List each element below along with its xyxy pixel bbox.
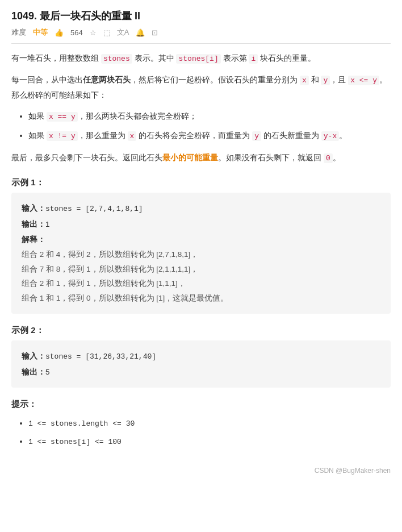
explain-label-1: 解释： — [22, 235, 45, 244]
stones-code-1: stones — [101, 54, 132, 64]
x-code: x — [300, 76, 309, 85]
stones-i-code: stones[i] — [176, 54, 220, 64]
star-icon[interactable]: ☆ — [90, 28, 97, 37]
hints-list: 1 <= stones.length <= 30 1 <= stones[i] … — [11, 415, 391, 450]
thumbs-up-icon[interactable]: 👍 — [55, 28, 64, 37]
example-1-title: 示例 1： — [11, 177, 391, 188]
bookmark-icon[interactable]: ⊡ — [152, 28, 158, 37]
hint-item-2: 1 <= stones[i] <= 100 — [28, 434, 391, 450]
meta-row: 难度 中等 👍 564 ☆ ⬚ 文A 🔔 ⊡ — [11, 27, 391, 44]
xy-code: x <= y — [348, 76, 379, 85]
yx-code: y-x — [321, 131, 339, 141]
hint-code-2: 1 <= stones[i] <= 100 — [28, 438, 122, 446]
example-1-explain: 解释： — [22, 232, 380, 247]
output-label-1: 输出： — [22, 220, 45, 228]
example-1-input: 输入：stones = [2,7,4,1,8,1] — [22, 201, 380, 217]
example-2-box: 输入：stones = [31,26,33,21,40] 输出：5 — [11, 340, 391, 388]
example-1-detail-1: 组合 2 和 4，得到 2，所以数组转化为 [2,7,1,8,1]， — [22, 247, 380, 262]
any-two-strong: 任意两块石头 — [83, 75, 131, 84]
input-label-2: 输入： — [22, 352, 45, 360]
bell-icon[interactable]: 🔔 — [136, 28, 145, 37]
like-count: 564 — [70, 28, 83, 37]
result-item-1: 如果 x == y，那么两块石头都会被完全粉碎； — [28, 109, 391, 124]
example-2-title: 示例 2： — [11, 325, 391, 336]
input-label-1: 输入： — [22, 204, 45, 213]
y-code: y — [321, 76, 330, 85]
output-value-1: 1 — [45, 220, 50, 228]
zero-code: 0 — [324, 153, 333, 163]
y-code-2: y — [252, 131, 261, 141]
result-item-2: 如果 x != y，那么重量为 x 的石头将会完全粉碎，而重量为 y 的石头新重… — [28, 128, 391, 144]
translate-icon[interactable]: 文A — [117, 27, 129, 38]
problem-title: 1049. 最后一块石头的重量 II — [11, 9, 391, 23]
share-icon[interactable]: ⬚ — [103, 28, 110, 37]
x-code-2: x — [128, 131, 137, 141]
input-code-1: stones = [2,7,4,1,8,1] — [45, 205, 143, 213]
example-1-output: 输出：1 — [22, 217, 380, 232]
eq-code: x == y — [47, 112, 78, 122]
desc-para3: 最后，最多只会剩下一块石头。返回此石头最小的可能重量。如果没有石头剩下，就返回 … — [11, 150, 391, 166]
watermark: CSDN @BugMaker-shen — [11, 467, 391, 480]
output-value-2: 5 — [45, 368, 50, 376]
example-1-detail-4: 组合 1 和 1，得到 0，所以数组转化为 [1]，这就是最优值。 — [22, 291, 380, 306]
hint-code-1: 1 <= stones.length <= 30 — [28, 419, 135, 428]
i-code: i — [249, 54, 258, 64]
example-1-detail-3: 组合 2 和 1，得到 1，所以数组转化为 [1,1,1]， — [22, 276, 380, 291]
page-container: 1049. 最后一块石头的重量 II 难度 中等 👍 564 ☆ ⬚ 文A 🔔 … — [0, 0, 402, 489]
description-section: 有一堆石头，用整数数组 stones 表示。其中 stones[i] 表示第 i… — [11, 51, 391, 166]
hint-item-1: 1 <= stones.length <= 30 — [28, 415, 391, 431]
example-2-input: 输入：stones = [31,26,33,21,40] — [22, 348, 380, 364]
desc-para1: 有一堆石头，用整数数组 stones 表示。其中 stones[i] 表示第 i… — [11, 51, 391, 66]
desc-para2: 每一回合，从中选出任意两块石头，然后将它们一起粉碎。假设石头的重量分别为 x 和… — [11, 72, 391, 103]
example-1-detail-2: 组合 7 和 8，得到 1，所以数组转化为 [2,1,1,1,1]， — [22, 262, 380, 277]
input-code-2: stones = [31,26,33,21,40] — [45, 352, 156, 361]
min-weight-highlight: 最小的可能重量 — [162, 153, 218, 162]
neq-code: x != y — [47, 131, 78, 141]
example-2-output: 输出：5 — [22, 364, 380, 380]
example-1-box: 输入：stones = [2,7,4,1,8,1] 输出：1 解释： 组合 2 … — [11, 193, 391, 314]
difficulty-label: 难度 — [11, 27, 26, 38]
result-list: 如果 x == y，那么两块石头都会被完全粉碎； 如果 x != y，那么重量为… — [11, 109, 391, 143]
output-label-2: 输出： — [22, 368, 45, 376]
difficulty-value: 中等 — [33, 27, 48, 38]
hints-title: 提示： — [11, 399, 391, 410]
